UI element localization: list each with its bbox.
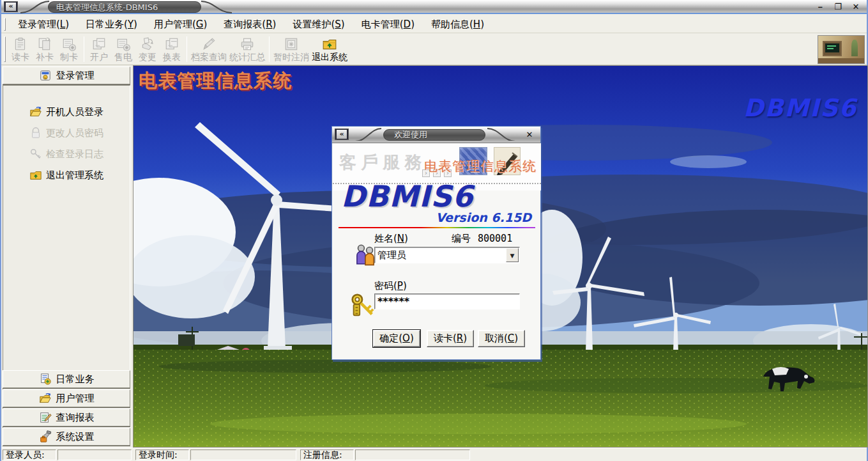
close-button[interactable]: ✕: [850, 1, 862, 13]
titlebar-ornament: [201, 0, 232, 14]
toolbar-temp-logout: 暂时注消: [272, 35, 310, 64]
window-titlebar[interactable]: « 电表管理信息系统-DBMIS6 － ❐ ✕: [1, 0, 867, 14]
status-login-time-label: 登录时间:: [135, 449, 189, 460]
application-window: « 电表管理信息系统-DBMIS6 － ❐ ✕ 登录管理(L) 日常业务(Y) …: [0, 0, 868, 461]
change-password-icon: [29, 127, 42, 139]
menu-user-manage[interactable]: 用户管理(G): [146, 17, 215, 32]
keys-icon: [349, 292, 376, 320]
toolbar-archive-query: 档案查询: [190, 35, 228, 64]
sidebar-section-system-settings[interactable]: 系统设置: [3, 428, 130, 446]
chevron-down-icon[interactable]: ▼: [506, 248, 519, 262]
toolbar-reissue-card: 补卡: [33, 35, 57, 64]
exit-system-icon: [322, 36, 337, 52]
restore-button[interactable]: ❐: [832, 1, 844, 13]
menu-card-manage[interactable]: 电卡管理(D): [353, 17, 423, 32]
number-value: 800001: [478, 233, 512, 244]
status-login-user-value: [57, 449, 132, 460]
sidebar-section-report-query[interactable]: 查询报表: [3, 409, 130, 426]
daily-business-icon: [39, 373, 52, 386]
user-manage-icon: [39, 392, 52, 405]
menu-bar: 登录管理(L) 日常业务(Y) 用户管理(G) 查询报表(R) 设置维护(S) …: [1, 15, 867, 33]
dialog-titlebar[interactable]: « 欢迎使用 ✕: [332, 127, 540, 143]
card-reissue-icon: [37, 36, 52, 52]
sell-power-icon: [116, 36, 131, 52]
status-login-time-value: [190, 449, 296, 460]
sidebar-section-login-manage[interactable]: 登录管理: [3, 66, 130, 84]
status-login-user-label: 登录人员:: [3, 449, 56, 460]
sidebar-item-operator-login[interactable]: 开机人员登录: [3, 104, 130, 120]
toolbar-exit-system[interactable]: 退出系统: [310, 35, 349, 64]
dialog-title: 欢迎使用: [383, 129, 485, 141]
toolbar-make-card: 制卡: [57, 35, 81, 64]
operator-name-value: 管理员: [377, 249, 406, 262]
banner-service-text: 客戶服務: [339, 151, 426, 174]
system-settings-icon: [39, 430, 52, 443]
titlebar-ornament: [487, 127, 516, 141]
dialog-version: Version 6.15D: [436, 210, 531, 224]
sidebar-item-change-password: 更改人员密码: [3, 125, 130, 141]
users-icon: [354, 242, 377, 267]
login-manage-icon: [39, 69, 52, 82]
titlebar-ornament: [20, 0, 50, 14]
number-label: 编号: [452, 233, 471, 245]
exit-folder-icon: [29, 169, 42, 182]
toolbar-photo: [818, 35, 865, 64]
sidebar-section-daily-business[interactable]: 日常业务: [3, 370, 130, 388]
dialog-close-button[interactable]: ✕: [524, 129, 535, 141]
read-card-button[interactable]: 读卡(R): [427, 330, 474, 347]
cancel-button[interactable]: 取消(C): [478, 330, 525, 347]
toolbar-replace-meter: 换表: [160, 35, 184, 64]
change-info-icon: [140, 36, 155, 52]
menu-report-query[interactable]: 查询报表(R): [215, 17, 284, 32]
status-register-info-label: 注册信息:: [300, 449, 354, 460]
operator-name-combobox[interactable]: 管理员 ▼: [374, 247, 520, 263]
dialog-brand: DBMIS6: [341, 179, 473, 214]
toolbar-separator: [84, 36, 84, 62]
card-read-icon: [13, 36, 28, 52]
toolbar-read-card: 读卡: [8, 35, 33, 64]
name-label: 姓名(N): [374, 233, 408, 245]
main-overlay-title: 电表管理信息系统: [139, 68, 292, 94]
menu-settings-maintain[interactable]: 设置维护(S): [284, 17, 353, 32]
main-overlay-brand: DBMIS6: [743, 94, 857, 122]
status-register-info-value: [355, 449, 470, 460]
menu-login-manage[interactable]: 登录管理(L): [10, 17, 77, 32]
menu-grip[interactable]: [4, 18, 6, 31]
password-input[interactable]: [374, 293, 520, 309]
menu-help-info[interactable]: 帮助信息(H): [423, 17, 492, 32]
toolbar-stats-summary: 统计汇总: [228, 35, 266, 64]
report-query-icon: [39, 411, 52, 424]
titlebar-ornament: [355, 127, 382, 141]
toolbar: 读卡 补卡 制卡 开户 售电 变更 换表 档案查询 统计汇总 暂时注消 退出系统: [1, 34, 867, 65]
card-make-icon: [61, 36, 77, 52]
temp-logout-icon: [284, 36, 299, 52]
stats-summary-icon: [240, 36, 255, 52]
window-title: 电表管理信息系统-DBMIS6: [48, 1, 201, 13]
toolbar-separator: [187, 36, 187, 62]
minimize-button[interactable]: －: [814, 1, 826, 13]
app-logo-icon: «: [4, 1, 18, 12]
sidebar-section-user-manage[interactable]: 用户管理: [3, 389, 130, 407]
toolbar-sell-power: 售电: [111, 35, 135, 64]
sidebar-item-check-login-log: 检查登录日志: [3, 146, 130, 162]
toolbar-change-info: 变更: [135, 35, 160, 64]
dialog-logo-icon: «: [335, 129, 349, 140]
ok-button[interactable]: 确定(O): [373, 330, 420, 347]
check-log-icon: [29, 148, 42, 160]
sidebar: 登录管理 开机人员登录 更改人员密码 检查登录日志 退出管理系统 日常业务: [1, 65, 133, 448]
open-folder-icon: [29, 105, 42, 118]
sidebar-item-exit-system[interactable]: 退出管理系统: [3, 167, 130, 184]
status-bar: 登录人员: 登录时间: 注册信息:: [1, 448, 867, 461]
toolbar-separator: [269, 36, 270, 62]
login-dialog: « 欢迎使用 ✕ 客戶服務 › › › 电表管理信息系统 DBMIS6 Vers…: [331, 126, 541, 360]
rainbow-divider: [339, 227, 535, 228]
archive-query-icon: [201, 36, 217, 52]
toolbar-grip[interactable]: [4, 36, 6, 62]
replace-meter-icon: [164, 36, 179, 52]
menu-daily-business[interactable]: 日常业务(Y): [77, 17, 146, 32]
password-label: 密码(P): [374, 280, 407, 292]
dialog-subtitle: 电表管理信息系统: [424, 157, 537, 175]
toolbar-open-account: 开户: [87, 35, 111, 64]
open-account-icon: [91, 36, 107, 52]
